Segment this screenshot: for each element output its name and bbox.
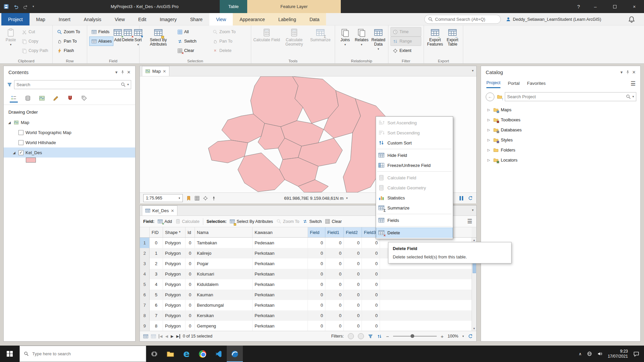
previous-record-icon[interactable]: ◀ <box>165 334 168 339</box>
tab-map[interactable]: Map <box>30 13 52 25</box>
menu-item-statistics[interactable]: Statistics <box>376 193 453 203</box>
column-header-shape[interactable]: Shape * <box>163 227 185 237</box>
grid-icon[interactable] <box>195 196 200 201</box>
tab-edit[interactable]: Edit <box>131 13 153 25</box>
panel-menu-icon[interactable]: ▾ <box>113 68 120 76</box>
row-number[interactable]: 1 <box>140 238 150 248</box>
tab-overflow-icon[interactable]: ▾ <box>472 69 474 72</box>
tab-imagery[interactable]: Imagery <box>153 13 183 25</box>
command-search-input[interactable] <box>435 17 492 22</box>
pin-icon[interactable] <box>120 70 125 75</box>
table-row[interactable]: 4 3 Polygon 0 Kolursari Perkotaan 0 0 0 … <box>140 269 472 279</box>
row-number[interactable]: 4 <box>140 269 150 279</box>
first-record-icon[interactable]: ◀ <box>159 334 162 339</box>
layer-map[interactable]: ◢ Map <box>4 117 135 127</box>
export-table-button[interactable]: → Export Table <box>444 26 461 58</box>
taskbar-search-input[interactable] <box>32 351 126 356</box>
table-add-field-button[interactable]: +Add <box>158 219 172 224</box>
minimize-button[interactable]: – <box>586 0 605 13</box>
edge-button[interactable]: e <box>178 346 195 362</box>
zoom-out-icon[interactable]: − <box>386 334 389 339</box>
copy-button[interactable]: Copy <box>19 37 50 46</box>
help-button[interactable]: ? <box>572 0 585 13</box>
paste-button[interactable]: Paste ▾ <box>2 26 19 58</box>
chrome-button[interactable] <box>195 346 211 362</box>
expander-icon[interactable]: ▷ <box>486 128 491 132</box>
menu-item-delete[interactable]: ×Delete <box>376 228 453 238</box>
catalog-item-folders[interactable]: ▷ Folders <box>481 145 640 155</box>
file-explorer-button[interactable] <box>162 346 178 362</box>
catalog-search-box[interactable]: ▾ <box>505 92 636 101</box>
column-header-nama[interactable]: Nama <box>195 227 253 237</box>
list-by-labeling-icon[interactable] <box>80 94 88 103</box>
list-by-selection-icon[interactable] <box>38 94 46 103</box>
catalog-tab-project[interactable]: Project <box>486 80 500 88</box>
catalog-tab-portal[interactable]: Portal <box>508 81 520 88</box>
row-number[interactable]: 2 <box>140 248 150 258</box>
expander-icon[interactable]: ▷ <box>486 148 491 152</box>
start-button[interactable] <box>0 346 19 362</box>
row-number[interactable]: 9 <box>140 321 150 331</box>
back-icon[interactable]: ← <box>486 93 494 101</box>
contents-search-box[interactable]: ▾ <box>14 80 131 89</box>
catalog-item-databases[interactable]: ▷ Databases <box>481 125 640 135</box>
column-header-fid[interactable]: FID <box>150 227 163 237</box>
zoom-level[interactable]: 100% <box>447 334 458 339</box>
tab-appearance[interactable]: Appearance <box>233 13 272 25</box>
catalog-search-input[interactable] <box>507 94 625 99</box>
row-number[interactable]: 6 <box>140 290 150 300</box>
catalog-tab-favorites[interactable]: Favorites <box>527 81 546 88</box>
panel-menu-icon[interactable]: ▾ <box>618 68 625 76</box>
selection-zoom-to-button[interactable]: Zoom To <box>210 27 244 37</box>
map-document-tab[interactable]: Map ✕ <box>142 66 169 76</box>
column-header-kawasan[interactable]: Kawasan <box>253 227 308 237</box>
selection-pan-to-button[interactable]: Pan To <box>210 37 244 46</box>
table-switch-button[interactable]: Switch <box>303 219 322 224</box>
row-flash-button[interactable]: Flash <box>55 46 86 55</box>
pause-drawing-icon[interactable] <box>460 196 463 200</box>
tab-analysis[interactable]: Analysis <box>77 13 108 25</box>
tab-labeling[interactable]: Labeling <box>272 13 303 25</box>
expander-icon[interactable]: ▷ <box>486 118 491 122</box>
tab-insert[interactable]: Insert <box>52 13 77 25</box>
action-center-icon[interactable] <box>633 351 639 357</box>
list-by-data-source-icon[interactable] <box>24 94 32 103</box>
row-number[interactable]: 3 <box>140 258 150 269</box>
table-row[interactable]: 6 5 Polygon 0 Kauman Perkotaan 0 0 0 0 <box>140 290 472 300</box>
row-pan-to-button[interactable]: Pan To <box>55 37 86 46</box>
network-icon[interactable] <box>587 351 592 356</box>
expander-icon[interactable]: ▷ <box>486 138 491 142</box>
layer-checkbox[interactable] <box>18 140 23 145</box>
menu-item-fields[interactable]: Fields <box>376 215 453 225</box>
copy-path-button[interactable]: Copy Path <box>19 46 50 55</box>
account-info[interactable]: Deddy_Setiawan_LearnStudent (Learn ArcGI… <box>506 13 601 25</box>
refresh-icon[interactable] <box>468 334 473 339</box>
close-icon[interactable]: ✕ <box>171 208 174 213</box>
kel-des-symbol-swatch[interactable] <box>26 158 36 163</box>
catalog-menu-icon[interactable]: ☰ <box>631 80 636 87</box>
filter-toggle-1-icon[interactable] <box>348 333 354 339</box>
expander-icon[interactable]: ◢ <box>12 151 16 155</box>
task-view-button[interactable] <box>146 346 162 362</box>
up-one-level-icon[interactable]: ↑ <box>497 94 502 99</box>
catalog-item-locators[interactable]: ▷ Locators <box>481 155 640 165</box>
extent-filter-button[interactable]: Extent <box>390 46 421 55</box>
layer-kel-des[interactable]: ◢ ✓ Kel_Des <box>4 147 135 158</box>
scroll-down-icon[interactable]: ▼ <box>473 326 476 331</box>
export-features-button[interactable]: → Export Features <box>426 26 444 58</box>
aliases-toggle[interactable]: Aliases <box>89 37 113 46</box>
expander-icon[interactable]: ◢ <box>7 121 12 124</box>
filter-funnel-icon[interactable] <box>368 334 373 339</box>
delete-field-button[interactable]: × Delete <box>122 26 134 58</box>
menu-item-sort-ascending[interactable]: Sort Ascending <box>376 118 453 128</box>
zoom-slider[interactable] <box>393 336 437 337</box>
range-filter-button[interactable]: Range <box>390 37 421 46</box>
redo-icon[interactable] <box>23 4 29 9</box>
tab-project[interactable]: Project <box>1 13 30 25</box>
selection-clear-button[interactable]: ×Clear <box>175 46 210 55</box>
coordinate-readout[interactable]: 691.986,78E 9.159.048,61N m ▾ <box>284 196 348 201</box>
add-field-button[interactable]: + Add <box>113 26 122 58</box>
catalog-item-maps[interactable]: ▷ Maps <box>481 105 640 115</box>
customize-qat-icon[interactable]: ▾ <box>33 5 34 8</box>
cut-button[interactable]: Cut <box>19 27 50 37</box>
